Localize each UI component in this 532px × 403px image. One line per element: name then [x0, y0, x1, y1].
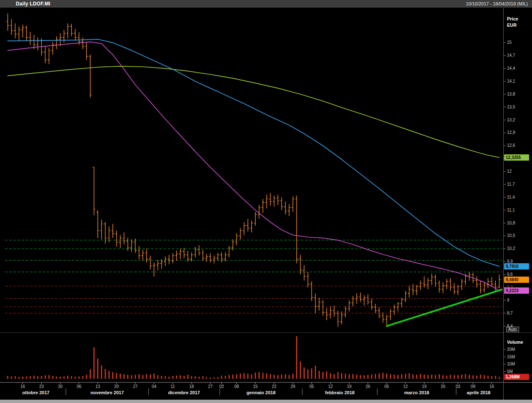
day-tick-label: 06 [77, 384, 81, 389]
day-tick-label: 26 [366, 384, 370, 389]
volume-tick-label: 15M [507, 355, 515, 360]
volume-pane[interactable] [5, 336, 502, 379]
day-tick-label: 20 [114, 384, 119, 389]
last-volume-badge: 1,268M [504, 374, 529, 380]
price-tick-label: 15 [507, 40, 512, 45]
price-tick-label: 10,8 [507, 221, 515, 226]
ma-blue-value-badge: 9,7910 [504, 263, 529, 270]
month-label: aprile 2018 [467, 390, 491, 395]
price-axis-header: Price EUR [507, 16, 518, 28]
day-tick-label: 12 [403, 384, 408, 389]
day-tick-label: 09 [471, 384, 475, 389]
volume-tick-label: 5M [507, 369, 513, 374]
day-tick-label: 13 [95, 384, 100, 389]
volume-bars [8, 336, 499, 379]
month-label: febbraio 2018 [325, 390, 355, 395]
ma-slow-green-line [8, 66, 499, 158]
month-label: ottobre 2017 [22, 390, 49, 395]
day-tick-label: 27 [133, 384, 138, 389]
day-tick-label: 03 [456, 384, 460, 389]
price-tick-label: 9 [507, 298, 509, 303]
ohlc-open-ticks [7, 21, 499, 322]
volume-tick-label: 20M [507, 347, 515, 352]
day-tick-label: 05 [384, 384, 389, 389]
day-tick-label: 16 [20, 384, 25, 389]
price-axis-title: Price [507, 16, 518, 22]
day-tick-label: 05 [309, 384, 314, 389]
day-tick-label: 11 [171, 384, 175, 389]
price-tick-label: 11,4 [507, 195, 515, 200]
day-tick-label: 08 [234, 384, 239, 389]
price-axis[interactable]: Price EUR Auto Volume 1514,714,414,113,8… [504, 0, 532, 403]
day-tick-label: 02 [219, 384, 224, 389]
ohlc-bar-ranges [8, 13, 499, 327]
price-tick-label: 13,8 [507, 92, 515, 97]
ma-magenta-value-badge: 9,2223 [504, 287, 529, 294]
day-tick-label: 29 [291, 384, 295, 389]
price-tick-label: 11,1 [507, 208, 515, 213]
price-tick-label: 14,7 [507, 53, 515, 58]
month-label: dicembre 2017 [168, 390, 200, 395]
price-tick-label: 12 [507, 169, 512, 174]
price-tick-label: 14,4 [507, 66, 515, 71]
price-tick-label: 12,9 [507, 130, 515, 135]
day-tick-label: 04 [152, 384, 156, 389]
day-tick-label: 18 [189, 384, 194, 389]
price-tick-label: 8,4 [507, 324, 513, 329]
volume-tick-label: 10M [507, 362, 515, 367]
day-tick-label: 27 [208, 384, 213, 389]
ohlc-close-ticks [8, 25, 501, 322]
price-tick-label: 11,7 [507, 182, 515, 187]
price-tick-label: 8,7 [507, 311, 513, 316]
day-tick-label: 15 [253, 384, 258, 389]
price-tick-label: 10,2 [507, 246, 515, 251]
price-tick-label: 14,1 [507, 79, 515, 84]
chart-canvas[interactable] [0, 0, 532, 403]
price-tick-label: 13,2 [507, 118, 515, 123]
day-tick-label: 16 [489, 384, 494, 389]
price-tick-label: 12,6 [507, 143, 515, 148]
ma-green-value-badge: 12,3255 [504, 154, 529, 161]
day-tick-label: 23 [39, 384, 44, 389]
last-price-badge: 9,4840 [504, 277, 529, 283]
day-tick-label: 19 [347, 384, 351, 389]
volume-axis-title: Volume [507, 340, 523, 345]
ma-mid-blue-line [8, 39, 499, 266]
day-tick-label: 22 [272, 384, 276, 389]
day-tick-label: 12 [328, 384, 333, 389]
price-axis-currency: EUR [507, 22, 518, 28]
chart-title: Daily LDOF.MI [16, 1, 50, 7]
price-pane[interactable] [5, 13, 503, 327]
day-tick-label: 26 [441, 384, 445, 389]
price-tick-label: 10,5 [507, 233, 515, 238]
price-tick-label: 13,5 [507, 105, 515, 110]
day-tick-label: 19 [422, 384, 427, 389]
day-tick-label: 30 [58, 384, 63, 389]
chart-topbar: Daily LDOF.MI 10/10/2017 - 18/04/2018 (M… [0, 0, 532, 8]
month-label: gennaio 2018 [246, 390, 276, 395]
ma-fast-magenta-line [8, 42, 499, 291]
trendline [387, 289, 503, 326]
time-axis[interactable]: 1623300613202704111827020815222905121926… [0, 382, 532, 400]
month-label: novembre 2017 [90, 390, 124, 395]
month-label: marzo 2018 [404, 390, 429, 395]
date-range-label: 10/10/2017 - 18/04/2018 (MIL) [466, 1, 528, 6]
trading-chart-window: Daily LDOF.MI 10/10/2017 - 18/04/2018 (M… [0, 0, 532, 403]
